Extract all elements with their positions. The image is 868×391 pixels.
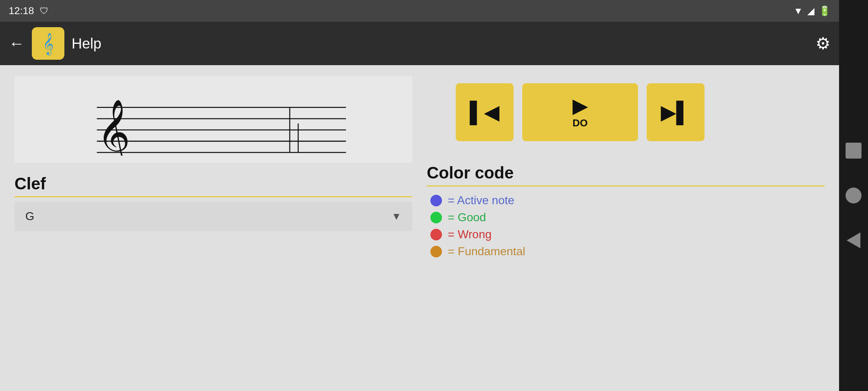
color-item-wrong: = Wrong [430,228,825,241]
dot-good [430,212,442,223]
battery-icon: 🔋 [819,5,830,17]
settings-button[interactable]: ⚙ [816,34,830,53]
main-content: 𝄞 Clef G ▼ [0,65,839,391]
play-button[interactable]: ▶ DO [522,83,638,141]
signal-icon: ◢ [807,5,814,17]
status-bar-left: 12:18 🛡 [9,5,48,17]
play-icon: ▶ [573,96,588,116]
prev-icon: ▌◀ [470,102,500,122]
dropdown-arrow-icon: ▼ [391,211,401,222]
color-code-divider [427,185,825,186]
toolbar-title: Help [72,35,816,52]
edge-back-button[interactable] [847,232,860,248]
dot-fundamental [430,246,442,257]
app-container: 12:18 🛡 ▼ ◢ 🔋 ← 𝄞 Help ⚙ [0,0,839,391]
color-label-good: = Good [448,211,486,224]
app-icon: 𝄞 [32,27,64,60]
status-bar: 12:18 🛡 ▼ ◢ 🔋 [0,0,839,22]
staff-area: 𝄞 [14,76,412,163]
color-label-active: = Active note [448,194,514,207]
color-code-section: Color code = Active note = Good = Wrong [427,163,825,258]
svg-point-8 [286,155,299,156]
clef-dropdown[interactable]: G ▼ [14,202,412,231]
clef-selected-value: G [25,210,34,223]
shield-icon: 🛡 [40,6,48,16]
status-bar-right: ▼ ◢ 🔋 [793,5,830,17]
status-time: 12:18 [9,5,34,17]
next-button[interactable]: ▶▌ [647,83,705,141]
clef-section-title: Clef [14,174,412,193]
color-code-title: Color code [427,163,825,182]
wifi-icon: ▼ [793,5,803,17]
color-item-good: = Good [430,211,825,224]
color-code-items: = Active note = Good = Wrong = Fundament… [427,194,825,258]
color-item-active: = Active note [430,194,825,207]
left-panel: 𝄞 Clef G ▼ [14,76,412,380]
color-label-wrong: = Wrong [448,228,492,241]
clef-divider [14,196,412,197]
back-button[interactable]: ← [9,34,25,52]
right-panel: ▌◀ ▶ DO ▶▌ Color code = Active note [427,76,825,380]
app-icon-symbol: 𝄞 [43,33,54,55]
playback-controls: ▌◀ ▶ DO ▶▌ [427,76,825,141]
edge-circle-button[interactable] [846,188,861,203]
prev-button[interactable]: ▌◀ [456,83,514,141]
color-item-fundamental: = Fundamental [430,245,825,258]
svg-text:𝄞: 𝄞 [97,100,130,156]
clef-section: Clef G ▼ [14,174,412,231]
color-label-fundamental: = Fundamental [448,245,525,258]
toolbar: ← 𝄞 Help ⚙ [0,22,839,65]
staff-notation: 𝄞 [22,83,405,156]
next-icon: ▶▌ [661,102,691,122]
play-label: DO [573,117,588,129]
edge-square-button[interactable] [846,143,861,159]
edge-panel [839,0,868,391]
dot-active-note [430,195,442,206]
dot-wrong [430,229,442,240]
